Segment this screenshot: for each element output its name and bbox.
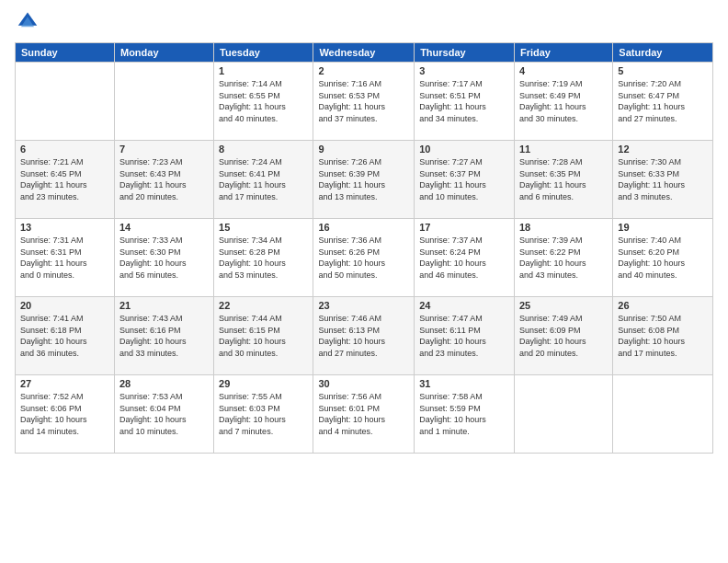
- calendar-cell: [613, 375, 713, 454]
- weekday-header-wednesday: Wednesday: [313, 43, 415, 63]
- day-info: Sunrise: 7:36 AM Sunset: 6:26 PM Dayligh…: [318, 235, 409, 281]
- calendar-cell: 9Sunrise: 7:26 AM Sunset: 6:39 PM Daylig…: [313, 141, 415, 219]
- day-info: Sunrise: 7:24 AM Sunset: 6:41 PM Dayligh…: [219, 156, 308, 202]
- day-info: Sunrise: 7:31 AM Sunset: 6:31 PM Dayligh…: [20, 235, 109, 281]
- day-number: 18: [519, 222, 608, 233]
- calendar-cell: 25Sunrise: 7:49 AM Sunset: 6:09 PM Dayli…: [514, 297, 612, 375]
- header: [15, 11, 713, 35]
- day-number: 12: [618, 144, 708, 155]
- day-number: 29: [219, 378, 308, 389]
- day-number: 25: [519, 300, 608, 311]
- day-info: Sunrise: 7:50 AM Sunset: 6:08 PM Dayligh…: [618, 313, 708, 359]
- day-number: 31: [419, 378, 509, 389]
- day-info: Sunrise: 7:43 AM Sunset: 6:16 PM Dayligh…: [119, 313, 209, 359]
- day-number: 26: [618, 300, 708, 311]
- day-number: 4: [519, 65, 608, 76]
- day-info: Sunrise: 7:40 AM Sunset: 6:20 PM Dayligh…: [618, 235, 708, 281]
- day-info: Sunrise: 7:52 AM Sunset: 6:06 PM Dayligh…: [20, 391, 109, 437]
- day-info: Sunrise: 7:17 AM Sunset: 6:51 PM Dayligh…: [419, 78, 509, 124]
- calendar-cell: 31Sunrise: 7:58 AM Sunset: 5:59 PM Dayli…: [415, 375, 515, 454]
- calendar-row-3: 20Sunrise: 7:41 AM Sunset: 6:18 PM Dayli…: [16, 297, 713, 375]
- calendar-cell: 6Sunrise: 7:21 AM Sunset: 6:45 PM Daylig…: [16, 141, 115, 219]
- day-info: Sunrise: 7:34 AM Sunset: 6:28 PM Dayligh…: [219, 235, 308, 281]
- day-number: 23: [318, 300, 409, 311]
- calendar-row-1: 6Sunrise: 7:21 AM Sunset: 6:45 PM Daylig…: [16, 141, 713, 219]
- weekday-header-monday: Monday: [114, 43, 213, 63]
- day-info: Sunrise: 7:41 AM Sunset: 6:18 PM Dayligh…: [20, 313, 109, 359]
- calendar-cell: [114, 63, 213, 141]
- day-info: Sunrise: 7:55 AM Sunset: 6:03 PM Dayligh…: [219, 391, 308, 437]
- weekday-header-friday: Friday: [514, 43, 612, 63]
- calendar-cell: 17Sunrise: 7:37 AM Sunset: 6:24 PM Dayli…: [415, 219, 515, 297]
- calendar-cell: 28Sunrise: 7:53 AM Sunset: 6:04 PM Dayli…: [114, 375, 213, 454]
- day-info: Sunrise: 7:30 AM Sunset: 6:33 PM Dayligh…: [618, 156, 708, 202]
- calendar-row-2: 13Sunrise: 7:31 AM Sunset: 6:31 PM Dayli…: [16, 219, 713, 297]
- day-info: Sunrise: 7:33 AM Sunset: 6:30 PM Dayligh…: [119, 235, 209, 281]
- day-info: Sunrise: 7:39 AM Sunset: 6:22 PM Dayligh…: [519, 235, 608, 281]
- day-info: Sunrise: 7:37 AM Sunset: 6:24 PM Dayligh…: [419, 235, 509, 281]
- weekday-header-sunday: Sunday: [16, 43, 115, 63]
- day-info: Sunrise: 7:16 AM Sunset: 6:53 PM Dayligh…: [318, 78, 409, 124]
- day-number: 2: [318, 65, 409, 76]
- calendar-cell: 7Sunrise: 7:23 AM Sunset: 6:43 PM Daylig…: [114, 141, 213, 219]
- day-info: Sunrise: 7:23 AM Sunset: 6:43 PM Dayligh…: [119, 156, 209, 202]
- calendar-page: SundayMondayTuesdayWednesdayThursdayFrid…: [0, 0, 728, 563]
- day-number: 9: [318, 144, 409, 155]
- calendar-cell: 5Sunrise: 7:20 AM Sunset: 6:47 PM Daylig…: [613, 63, 713, 141]
- day-info: Sunrise: 7:56 AM Sunset: 6:01 PM Dayligh…: [318, 391, 409, 437]
- calendar-cell: 2Sunrise: 7:16 AM Sunset: 6:53 PM Daylig…: [313, 63, 415, 141]
- day-number: 22: [219, 300, 308, 311]
- day-number: 24: [419, 300, 509, 311]
- day-number: 30: [318, 378, 409, 389]
- weekday-header-tuesday: Tuesday: [214, 43, 313, 63]
- day-number: 10: [419, 144, 509, 155]
- calendar-cell: 20Sunrise: 7:41 AM Sunset: 6:18 PM Dayli…: [16, 297, 115, 375]
- calendar-cell: 15Sunrise: 7:34 AM Sunset: 6:28 PM Dayli…: [214, 219, 313, 297]
- calendar-cell: 10Sunrise: 7:27 AM Sunset: 6:37 PM Dayli…: [415, 141, 515, 219]
- day-number: 15: [219, 222, 308, 233]
- day-info: Sunrise: 7:27 AM Sunset: 6:37 PM Dayligh…: [419, 156, 509, 202]
- logo-icon: [17, 11, 39, 31]
- calendar-cell: 21Sunrise: 7:43 AM Sunset: 6:16 PM Dayli…: [114, 297, 213, 375]
- day-number: 27: [20, 378, 109, 389]
- day-number: 16: [318, 222, 409, 233]
- day-number: 5: [618, 65, 708, 76]
- calendar-cell: 24Sunrise: 7:47 AM Sunset: 6:11 PM Dayli…: [415, 297, 515, 375]
- day-info: Sunrise: 7:47 AM Sunset: 6:11 PM Dayligh…: [419, 313, 509, 359]
- day-info: Sunrise: 7:14 AM Sunset: 6:55 PM Dayligh…: [219, 78, 308, 124]
- day-number: 21: [119, 300, 209, 311]
- day-number: 6: [20, 144, 109, 155]
- calendar-cell: 22Sunrise: 7:44 AM Sunset: 6:15 PM Dayli…: [214, 297, 313, 375]
- calendar-cell: 12Sunrise: 7:30 AM Sunset: 6:33 PM Dayli…: [613, 141, 713, 219]
- day-number: 7: [119, 144, 209, 155]
- calendar-cell: 11Sunrise: 7:28 AM Sunset: 6:35 PM Dayli…: [514, 141, 612, 219]
- day-number: 8: [219, 144, 308, 155]
- day-info: Sunrise: 7:26 AM Sunset: 6:39 PM Dayligh…: [318, 156, 409, 202]
- calendar-cell: 14Sunrise: 7:33 AM Sunset: 6:30 PM Dayli…: [114, 219, 213, 297]
- day-info: Sunrise: 7:28 AM Sunset: 6:35 PM Dayligh…: [519, 156, 608, 202]
- day-number: 11: [519, 144, 608, 155]
- day-number: 17: [419, 222, 509, 233]
- calendar-cell: 3Sunrise: 7:17 AM Sunset: 6:51 PM Daylig…: [415, 63, 515, 141]
- day-info: Sunrise: 7:49 AM Sunset: 6:09 PM Dayligh…: [519, 313, 608, 359]
- calendar-cell: 30Sunrise: 7:56 AM Sunset: 6:01 PM Dayli…: [313, 375, 415, 454]
- weekday-header-thursday: Thursday: [415, 43, 515, 63]
- calendar-cell: 8Sunrise: 7:24 AM Sunset: 6:41 PM Daylig…: [214, 141, 313, 219]
- day-info: Sunrise: 7:19 AM Sunset: 6:49 PM Dayligh…: [519, 78, 608, 124]
- calendar-cell: 23Sunrise: 7:46 AM Sunset: 6:13 PM Dayli…: [313, 297, 415, 375]
- day-number: 3: [419, 65, 509, 76]
- day-info: Sunrise: 7:53 AM Sunset: 6:04 PM Dayligh…: [119, 391, 209, 437]
- calendar-cell: 13Sunrise: 7:31 AM Sunset: 6:31 PM Dayli…: [16, 219, 115, 297]
- calendar-cell: 16Sunrise: 7:36 AM Sunset: 6:26 PM Dayli…: [313, 219, 415, 297]
- calendar-row-0: 1Sunrise: 7:14 AM Sunset: 6:55 PM Daylig…: [16, 63, 713, 141]
- weekday-header-saturday: Saturday: [613, 43, 713, 63]
- calendar-cell: 4Sunrise: 7:19 AM Sunset: 6:49 PM Daylig…: [514, 63, 612, 141]
- calendar-cell: 27Sunrise: 7:52 AM Sunset: 6:06 PM Dayli…: [16, 375, 115, 454]
- calendar-cell: 1Sunrise: 7:14 AM Sunset: 6:55 PM Daylig…: [214, 63, 313, 141]
- day-info: Sunrise: 7:44 AM Sunset: 6:15 PM Dayligh…: [219, 313, 308, 359]
- day-info: Sunrise: 7:21 AM Sunset: 6:45 PM Dayligh…: [20, 156, 109, 202]
- calendar-cell: [16, 63, 115, 141]
- day-number: 20: [20, 300, 109, 311]
- weekday-header-row: SundayMondayTuesdayWednesdayThursdayFrid…: [16, 43, 713, 63]
- calendar-row-4: 27Sunrise: 7:52 AM Sunset: 6:06 PM Dayli…: [16, 375, 713, 454]
